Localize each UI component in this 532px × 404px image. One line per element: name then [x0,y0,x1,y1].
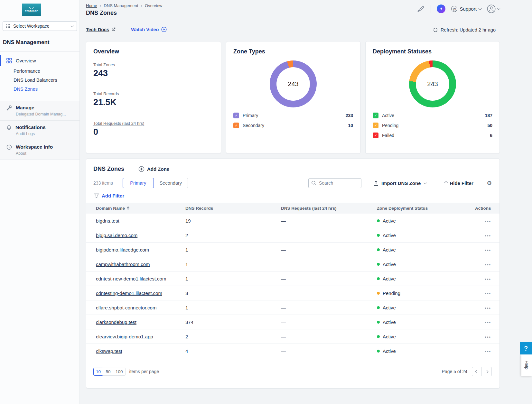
sidebar-item-dns-zones[interactable]: DNS Zones [0,85,79,94]
status-badge: Active [383,247,396,252]
workspace-selector[interactable]: Select Workspace [3,21,77,31]
page-size-50[interactable]: 50 [103,368,113,376]
breadcrumb-separator: › [141,3,142,8]
domain-link[interactable]: campwithabathroom.com [96,262,150,267]
user-menu[interactable] [487,5,500,13]
add-filter-button[interactable]: Add Filter [94,193,499,198]
secondary-checkbox[interactable]: ✓ [233,123,239,128]
chevron-down-icon [71,24,74,27]
table-header-row: Domain Name DNS Records DNS Requests (la… [86,203,499,214]
domain-link[interactable]: cdntest-new-demo1.lilactest.com [96,276,166,281]
dns-records-value: 2 [185,334,281,339]
primary-checkbox[interactable]: ✓ [233,113,239,118]
legend-value: 6 [490,133,492,138]
paintbrush-icon[interactable] [417,5,425,13]
previous-page-button[interactable] [472,367,482,376]
top-bar: Home › DNS Management › Overview DNS Zon… [80,0,532,18]
table-row: cdntest-new-demo1.lilactest.com 1 — Acti… [86,271,499,286]
sidebar-item-notifications[interactable]: Notifications Audit Logs [0,121,79,140]
status-badge: Active [383,305,396,310]
domain-link[interactable]: cflare.shpbot-connector.com [96,305,156,310]
donut-center-total: 243 [270,60,317,107]
sort-icon[interactable] [127,206,129,210]
domain-link[interactable]: bigip.sai.demo.com [96,233,137,238]
sidebar-item-performance[interactable]: Performance [0,67,79,76]
row-actions-menu[interactable]: ••• [485,248,491,252]
total-requests-link[interactable]: Total Requests (last 24 hrs) [93,121,214,126]
help-tab[interactable]: Help [521,354,532,376]
row-actions-menu[interactable]: ••• [485,335,491,339]
legend-row-failed: ✓ Failed 6 [373,132,492,139]
play-circle-icon [161,27,167,32]
domain-link[interactable]: clkswap.test [96,348,122,354]
table-row: cflare.shpbot-connector.com 1 — Active •… [86,300,499,315]
section-title: DNS Zones [93,166,124,172]
status-badge: Active [383,262,396,267]
domain-link[interactable]: bigipdemo.lilacedge.com [96,247,149,252]
tab-secondary[interactable]: Secondary [154,178,188,188]
tech-docs-link[interactable]: Tech Docs [86,27,116,32]
breadcrumb-dns-management[interactable]: DNS Management [104,3,138,8]
domain-link[interactable]: bigdns.test [96,218,119,224]
dns-requests-value: — [281,218,377,224]
status-badge: Active [383,348,396,354]
legend-value: 233 [346,113,353,118]
column-deployment-status: Zone Deployment Status [377,206,475,211]
support-label: Support [460,6,477,12]
legend-value: 187 [485,113,492,118]
refresh-label: Refresh: Updated 2 hr ago [441,27,496,32]
sidebar-item-label: Workspace Info [16,144,53,150]
page-size-100[interactable]: 100 [113,368,126,376]
status-dot [377,277,380,280]
sidebar-item-manage[interactable]: Manage Delegated Domain Manag... [0,101,79,121]
status-badge: Pending [383,290,400,296]
failed-checkbox[interactable]: ✓ [373,133,378,138]
hide-filter-button[interactable]: Hide Filter [444,180,473,186]
dns-records-value: 374 [185,319,281,325]
support-menu[interactable]: @ Support [451,6,481,12]
row-actions-menu[interactable]: ••• [485,277,491,281]
sidebar-item-overview[interactable]: Overview [0,54,79,67]
row-actions-menu[interactable]: ••• [485,320,491,325]
status-dot [377,234,380,237]
active-checkbox[interactable]: ✓ [373,113,378,118]
row-actions-menu[interactable]: ••• [485,291,491,296]
row-actions-menu[interactable]: ••• [485,262,491,267]
domain-link[interactable]: cdntesting-demo1.lilactest.com [96,290,162,296]
page-indicator: Page 5 of 24 [442,369,467,374]
watch-video-link[interactable]: Watch Video [131,27,167,32]
sidebar-item-workspace-info[interactable]: Workspace Info About [0,140,79,160]
company-logo: TESTCORP [22,4,41,16]
add-zone-button[interactable]: Add Zone [138,166,169,172]
row-actions-menu[interactable]: ••• [485,306,491,310]
total-records-label: Total Records [93,91,214,96]
page-size-10[interactable]: 10 [93,368,103,376]
breadcrumb-home[interactable]: Home [86,3,97,8]
refresh-button[interactable]: Refresh: Updated 2 hr ago [433,27,496,32]
chevron-down-icon [497,7,500,10]
row-actions-menu[interactable]: ••• [485,349,491,354]
row-actions-menu[interactable]: ••• [485,219,491,224]
logo-text: TESTCORP [25,10,38,12]
ai-assistant-icon[interactable]: ✦ [437,5,445,13]
grid-dots-icon [6,24,10,28]
pending-checkbox[interactable]: ✓ [373,123,378,128]
table-row: clearview.bigip-demo1.app 2 — Active ••• [86,329,499,344]
tab-primary[interactable]: Primary [123,178,154,188]
upload-icon [374,180,378,186]
sidebar-item-label: Manage [16,105,34,111]
row-actions-menu[interactable]: ••• [485,233,491,238]
domain-link[interactable]: clearview.bigip-demo1.app [96,334,153,339]
help-question-button[interactable]: ? [520,342,532,354]
sidebar-item-dns-load-balancers[interactable]: DNS Load Balancers [0,76,79,85]
domain-link[interactable]: clarksondebug.test [96,319,136,325]
next-page-button[interactable] [482,367,492,376]
status-dot [377,219,380,222]
status-dot [377,335,380,338]
deployment-donut-chart: 243 [409,60,456,107]
table-settings-gear-icon[interactable]: ⚙ [487,180,492,187]
page-size-selector: 10 50 100 [93,368,126,376]
import-dns-zone-button[interactable]: Import DNS Zone [374,180,427,186]
dns-records-value: 2 [185,233,281,238]
total-requests-value: 0 [93,127,214,137]
